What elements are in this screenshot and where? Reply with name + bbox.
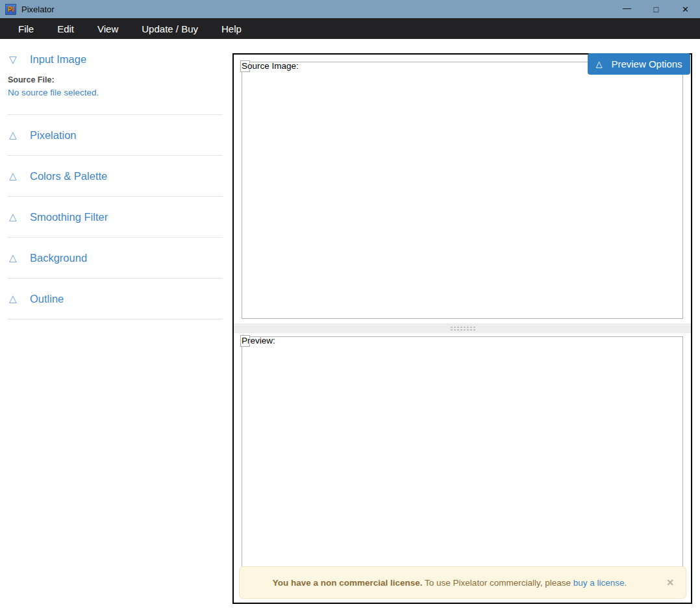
menu-item-update-buy[interactable]: Update / Buy — [132, 19, 207, 38]
splitter-grip-icon — [450, 326, 475, 331]
sidebar-header-colors-palette[interactable]: △ Colors & Palette — [0, 156, 232, 196]
triangle-up-icon: △ — [9, 129, 30, 141]
titlebar: PI Pixelator — □ ✕ — [0, 0, 700, 18]
preview-options-button[interactable]: △ Preview Options — [588, 53, 690, 75]
triangle-up-icon: △ — [9, 211, 30, 223]
license-bold-text: You have a non commercial license. — [273, 578, 423, 588]
section-label: Smoothing Filter — [30, 211, 108, 223]
content-area: ▽ Input Image Source File: No source fil… — [0, 39, 700, 613]
minimize-icon: — — [623, 3, 631, 13]
menu-item-help[interactable]: Help — [212, 19, 251, 38]
section-label: Background — [30, 252, 87, 264]
divider — [8, 319, 223, 319]
maximize-button[interactable]: □ — [642, 0, 671, 18]
window-title: Pixelator — [21, 5, 55, 14]
license-close-icon[interactable]: ✕ — [666, 577, 674, 588]
input-image-section-body: Source File: No source file selected. — [0, 66, 232, 97]
menu-item-view[interactable]: View — [88, 19, 127, 38]
sidebar-header-outline[interactable]: △ Outline — [0, 279, 232, 319]
preview-panel: Preview: — [242, 336, 683, 568]
triangle-down-icon: ▽ — [9, 54, 30, 66]
triangle-up-icon: △ — [9, 170, 30, 182]
license-normal-text: To use Pixelator commercially, please — [423, 578, 573, 588]
sidebar-section-input-image: ▽ Input Image Source File: No source fil… — [0, 53, 232, 115]
sidebar-header-smoothing-filter[interactable]: △ Smoothing Filter — [0, 197, 232, 237]
panel-splitter[interactable] — [234, 323, 691, 333]
section-label: Outline — [30, 293, 64, 305]
window-controls: — □ ✕ — [612, 0, 700, 18]
close-icon: ✕ — [682, 5, 689, 14]
app-icon: PI — [5, 4, 16, 15]
menu-item-edit[interactable]: Edit — [48, 19, 83, 38]
buy-license-link[interactable]: buy a license — [573, 578, 625, 588]
close-button[interactable]: ✕ — [671, 0, 700, 18]
sidebar-header-background[interactable]: △ Background — [0, 238, 232, 278]
triangle-up-icon: △ — [595, 59, 602, 69]
license-suffix: . — [625, 578, 627, 588]
minimize-button[interactable]: — — [612, 0, 642, 18]
source-image-label: Source Image: — [242, 61, 299, 71]
source-image-panel: Source Image: — [242, 62, 683, 319]
sidebar-header-input-image[interactable]: ▽ Input Image — [0, 53, 232, 66]
section-label: Input Image — [30, 53, 86, 66]
source-file-value: No source file selected. — [8, 88, 225, 97]
main-workspace: Source Image: Preview: △ Preview Options… — [232, 53, 692, 604]
preview-label: Preview: — [242, 336, 275, 345]
section-label: Colors & Palette — [30, 170, 107, 182]
triangle-up-icon: △ — [9, 252, 30, 264]
menu-item-file[interactable]: File — [9, 19, 43, 38]
maximize-icon: □ — [654, 5, 659, 14]
section-label: Pixelation — [30, 129, 77, 142]
triangle-up-icon: △ — [9, 293, 30, 305]
preview-options-label: Preview Options — [611, 58, 682, 69]
license-notice-bar: You have a non commercial license. To us… — [239, 566, 686, 599]
sidebar: ▽ Input Image Source File: No source fil… — [0, 39, 232, 319]
menubar: File Edit View Update / Buy Help — [0, 18, 700, 39]
sidebar-header-pixelation[interactable]: △ Pixelation — [0, 115, 232, 155]
source-file-label: Source File: — [8, 75, 225, 84]
